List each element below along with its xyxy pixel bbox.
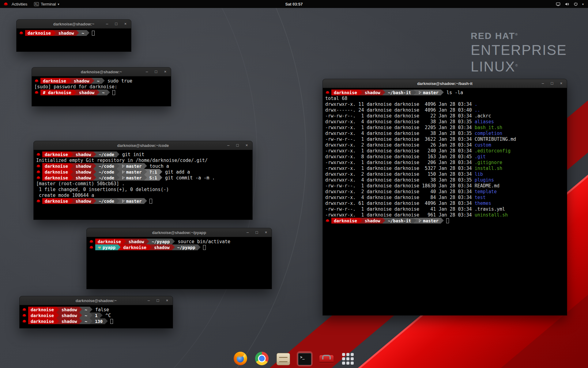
- close-button[interactable]: ×: [165, 298, 169, 303]
- output-text: drwxrwxr-x. 4 darknoise darknoise 38 Jan…: [325, 119, 475, 125]
- powerline-separator: [107, 90, 110, 95]
- window-titlebar[interactable]: darknoise@shadow:~–□×: [17, 20, 131, 29]
- output-text: -rw-rw-r--. 1 darknoise darknoise 41 Jan…: [325, 206, 475, 212]
- terminal-window-2[interactable]: darknoise@shadow:~–□×darknoiseshadow~sud…: [32, 67, 171, 106]
- dock-item-chrome[interactable]: [254, 351, 270, 366]
- branch-icon: [122, 176, 125, 180]
- output-text: drwxrwxr-x. 8 darknoise darknoise 163 Ja…: [325, 154, 475, 159]
- terminal-line: darknoiseshadow~/codegit init: [36, 151, 250, 157]
- minimize-button[interactable]: –: [145, 69, 149, 74]
- prompt-segment-host: shadow: [362, 218, 383, 224]
- close-button[interactable]: ×: [559, 81, 564, 86]
- redhat-prompt-icon: [34, 79, 39, 82]
- redhat-prompt-icon: [325, 219, 330, 222]
- output-text: [master (root-commit) 50bcb63] .: [36, 181, 125, 186]
- powerline-separator: [97, 90, 100, 95]
- close-button[interactable]: ×: [264, 230, 268, 235]
- powerline-separator: [70, 198, 73, 204]
- output-text: drwxrwxr-x. 11 darknoise darknoise 4096 …: [325, 102, 475, 107]
- minimize-button[interactable]: –: [146, 298, 151, 303]
- terminal-window-3[interactable]: darknoise@shadow:~/code–□×darknoiseshado…: [34, 141, 252, 220]
- redhat-prompt-icon: [22, 314, 27, 317]
- prompt-segment-path: ~/bash-it: [385, 218, 413, 224]
- dock-item-software[interactable]: [318, 351, 335, 366]
- command-text: touch a: [150, 163, 169, 169]
- powerline-separator: [56, 318, 59, 324]
- minimize-button[interactable]: –: [226, 143, 231, 148]
- window-titlebar[interactable]: darknoise@shadow:~–□×: [20, 296, 173, 305]
- dock-item-files[interactable]: [275, 351, 291, 366]
- volume-icon[interactable]: [565, 2, 569, 6]
- maximize-button[interactable]: □: [156, 298, 160, 303]
- prompt-segment-git: master: [119, 169, 144, 175]
- prompt-segment-path: ~/code: [96, 198, 117, 204]
- window-titlebar[interactable]: darknoise@shadow:~/code–□×: [34, 141, 252, 150]
- close-button[interactable]: ×: [163, 69, 168, 74]
- minimize-button[interactable]: –: [541, 81, 545, 86]
- terminal-screen[interactable]: darknoiseshadow~/codegit initInitialized…: [34, 150, 252, 205]
- terminal-line: drwxrwxr-x. 61 darknoise darknoise 4096 …: [325, 200, 564, 206]
- maximize-button[interactable]: □: [235, 143, 240, 148]
- window-title: darknoise@shadow:~/code: [34, 143, 252, 148]
- window-title: darknoise@shadow:~/bash-it: [323, 81, 567, 86]
- prompt-segment-host: shadow: [73, 198, 94, 204]
- app-menu-terminal[interactable]: >_ Terminal ▾: [31, 0, 62, 8]
- terminal-line: [master (root-commit) 50bcb63] .: [36, 181, 250, 186]
- minimize-button[interactable]: –: [105, 21, 109, 26]
- redhat-prompt-icon: [325, 91, 330, 94]
- terminal-line: -rwxrwxr-x. 1 darknoise darknoise 2205 J…: [325, 125, 564, 130]
- prompt-segment-path: ~/bash-it: [385, 90, 413, 95]
- prompt-segment-user: darknoise: [28, 307, 56, 312]
- powerline-separator: [144, 198, 147, 204]
- terminal-screen[interactable]: darknoiseshadow~falsedarknoiseshadow~1^C…: [20, 305, 173, 326]
- dock-item-firefox[interactable]: [232, 351, 248, 366]
- file-name: .gitignore: [475, 160, 502, 165]
- window-titlebar[interactable]: darknoise@shadow:~–□×: [32, 67, 171, 76]
- terminal-window-1[interactable]: darknoise@shadow:~–□×darknoiseshadow~: [17, 20, 131, 52]
- maximize-button[interactable]: □: [154, 69, 158, 74]
- display-icon[interactable]: [556, 2, 560, 6]
- close-button[interactable]: ×: [123, 21, 128, 26]
- prompt-segment-user: darknoise: [40, 78, 69, 84]
- terminal-screen[interactable]: darknoiseshadow~/pyappsource bin/activat…: [87, 237, 272, 252]
- file-name: lib: [475, 171, 483, 177]
- prompt-segment-path: ~/pyapp: [149, 239, 172, 244]
- powerline-separator: [198, 244, 201, 250]
- system-status-area[interactable]: ▾: [556, 0, 588, 8]
- clock[interactable]: Sat 03:57: [285, 2, 303, 6]
- prompt-segment-host: shadow: [126, 239, 147, 244]
- output-text: drwxrwxr-x. 2 darknoise darknoise 150 Ja…: [325, 171, 475, 177]
- file-name: .ackrc: [475, 113, 491, 119]
- prompt-segment-host: shadow: [73, 169, 94, 175]
- powerline-separator: [74, 90, 77, 95]
- prompt-segment-path: ~/pyapp: [175, 244, 198, 250]
- maximize-button[interactable]: □: [254, 230, 259, 235]
- prompt-segment-host: shadow: [71, 78, 92, 84]
- terminal-line: drwx------. 24 darknoise darknoise 4096 …: [325, 107, 564, 113]
- file-name: completion: [475, 131, 502, 136]
- window-titlebar[interactable]: darknoise@shadow:~/bash-it–□×: [323, 79, 567, 88]
- maximize-button[interactable]: □: [114, 21, 119, 26]
- terminal-line: drwxrwxr-x. 4 darknoise darknoise 38 Jan…: [325, 119, 564, 125]
- power-icon[interactable]: [574, 2, 578, 6]
- minimize-button[interactable]: –: [245, 230, 250, 235]
- window-titlebar[interactable]: darknoise@shadow:~/pyapp–□×: [87, 228, 272, 237]
- terminal-window-5[interactable]: darknoise@shadow:~–□×darknoiseshadow~fal…: [20, 296, 173, 328]
- dock-item-terminal[interactable]: >_: [297, 351, 313, 366]
- terminal-window-6[interactable]: darknoise@shadow:~/bash-it–□×darknoisesh…: [323, 79, 567, 315]
- output-text: drwxrwxr-x. 2 darknoise darknoise 40 Jan…: [325, 189, 475, 194]
- close-button[interactable]: ×: [244, 143, 249, 148]
- terminal-screen[interactable]: darknoiseshadow~sudo true[sudo] password…: [32, 76, 171, 97]
- terminal-cursor: [149, 199, 152, 204]
- prompt-segment-user: darknoise: [42, 169, 70, 175]
- terminal-screen[interactable]: darknoiseshadow~: [17, 29, 131, 37]
- dock-item-apps[interactable]: [340, 351, 356, 366]
- powerline-separator: [149, 244, 152, 250]
- terminal-window-4[interactable]: darknoise@shadow:~/pyapp–□×darknoiseshad…: [87, 228, 272, 289]
- prompt-segment-git: master: [119, 163, 144, 169]
- maximize-button[interactable]: □: [550, 81, 554, 86]
- terminal-screen[interactable]: darknoiseshadow~/bash-itmasterls -latota…: [323, 88, 567, 225]
- activities-button[interactable]: Activities: [0, 0, 31, 8]
- powerline-separator: [172, 239, 175, 244]
- app-grid-dot: [342, 353, 345, 356]
